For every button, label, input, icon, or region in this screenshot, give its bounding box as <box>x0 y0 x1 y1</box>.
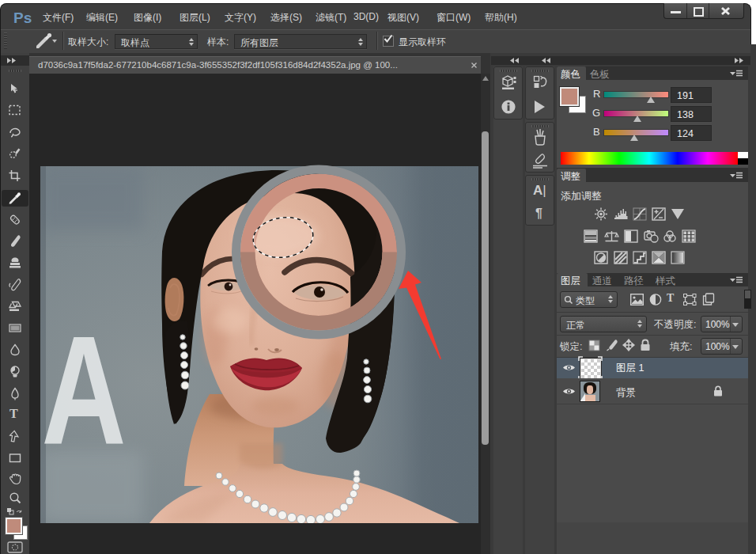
svg-text:A: A <box>42 303 127 476</box>
